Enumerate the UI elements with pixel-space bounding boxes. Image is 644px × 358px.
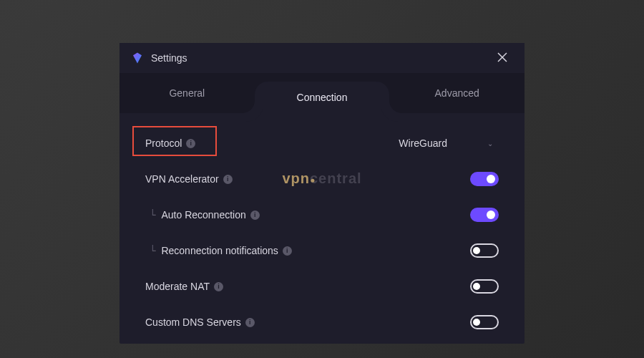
custom-dns-label: Custom DNS Servers (145, 316, 241, 328)
toggle-knob (473, 319, 480, 326)
auto-reconnection-label: Auto Reconnection (161, 209, 245, 221)
moderate-nat-toggle[interactable] (470, 279, 499, 294)
settings-window: Settings General Connection Advanced Pro… (119, 43, 525, 344)
close-button[interactable] (492, 48, 513, 69)
tree-indicator-icon: └ (150, 245, 155, 256)
titlebar: Settings (119, 43, 525, 73)
protocol-label: Protocol (145, 137, 182, 149)
toggle-knob (487, 211, 495, 219)
info-icon[interactable]: i (214, 282, 223, 291)
close-icon (497, 52, 507, 62)
tab-advanced[interactable]: Advanced (389, 73, 525, 113)
setting-auto-reconnection: └ Auto Reconnection i (145, 205, 499, 225)
moderate-nat-label-wrap: Moderate NAT i (145, 281, 470, 292)
info-icon[interactable]: i (250, 211, 260, 220)
auto-reconnection-toggle[interactable] (470, 208, 499, 222)
toggle-knob (473, 247, 480, 254)
toggle-knob (487, 175, 495, 183)
reconnection-notifications-toggle[interactable] (470, 243, 499, 258)
protocol-dropdown[interactable]: WireGuard ⌄ (399, 137, 499, 149)
setting-protocol: Protocol i WireGuard ⌄ (145, 133, 499, 153)
info-icon[interactable]: i (283, 246, 292, 256)
window-title: Settings (151, 52, 492, 64)
chevron-down-icon: ⌄ (487, 140, 493, 147)
toggle-knob (473, 283, 480, 290)
reconnection-notifications-label: Reconnection notifications (161, 245, 278, 256)
tab-connection[interactable]: Connection (255, 82, 390, 113)
tabs: General Connection Advanced (119, 73, 525, 113)
vpn-accelerator-label: VPN Accelerator (145, 173, 219, 185)
protocol-label-wrap: Protocol i (145, 137, 399, 149)
info-icon[interactable]: i (223, 175, 233, 184)
info-icon[interactable]: i (245, 318, 255, 327)
vpn-accelerator-toggle[interactable] (470, 172, 499, 186)
info-icon[interactable]: i (186, 139, 195, 148)
app-logo-icon (131, 52, 144, 64)
reconnection-notifications-label-wrap: └ Reconnection notifications i (145, 245, 470, 256)
protocol-value: WireGuard (399, 137, 447, 149)
custom-dns-label-wrap: Custom DNS Servers i (145, 316, 470, 328)
settings-content: Protocol i WireGuard ⌄ VPN Accelerator i… (119, 113, 525, 358)
setting-reconnection-notifications: └ Reconnection notifications i (145, 241, 499, 261)
tree-indicator-icon: └ (150, 209, 155, 221)
vpn-accelerator-label-wrap: VPN Accelerator i (145, 173, 470, 185)
setting-custom-dns: Custom DNS Servers i (145, 312, 499, 332)
setting-moderate-nat: Moderate NAT i (145, 276, 499, 296)
tabs-container: General Connection Advanced (119, 73, 525, 113)
custom-dns-toggle[interactable] (470, 315, 499, 329)
setting-vpn-accelerator: VPN Accelerator i (145, 169, 499, 189)
moderate-nat-label: Moderate NAT (145, 281, 210, 292)
tab-general[interactable]: General (119, 73, 255, 113)
auto-reconnection-label-wrap: └ Auto Reconnection i (145, 209, 470, 221)
